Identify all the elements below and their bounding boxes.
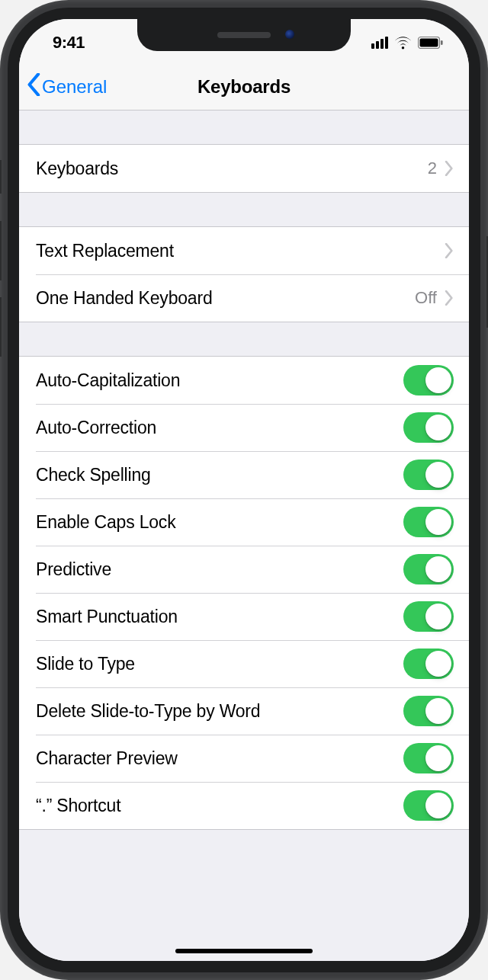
row-label: Enable Caps Lock: [36, 512, 403, 533]
toggle-switch[interactable]: [403, 696, 454, 726]
row-label: Smart Punctuation: [36, 607, 403, 627]
front-camera: [285, 30, 294, 39]
row-toggle: Auto-Correction: [19, 404, 469, 451]
row-label: Character Preview: [36, 748, 403, 769]
row-label: Auto-Capitalization: [36, 370, 403, 391]
row-toggle: Slide to Type: [19, 640, 469, 687]
back-label: General: [42, 76, 107, 98]
row-label: “.” Shortcut: [36, 796, 403, 816]
nav-bar: General Keyboards: [19, 63, 469, 110]
row-label: Auto-Correction: [36, 418, 403, 438]
chevron-right-icon: [445, 290, 454, 306]
keyboards-count: 2: [428, 159, 437, 178]
row-toggle: Auto-Capitalization: [19, 357, 469, 404]
row-label: Check Spelling: [36, 465, 403, 485]
toggle-switch[interactable]: [403, 507, 454, 537]
toggle-switch[interactable]: [403, 743, 454, 773]
wifi-icon: [394, 37, 412, 50]
row-toggle: Smart Punctuation: [19, 593, 469, 640]
chevron-right-icon: [445, 161, 454, 176]
screen: 9:41 General Keyboards: [19, 19, 469, 961]
phone-frame: 9:41 General Keyboards: [0, 0, 488, 980]
row-toggle: Check Spelling: [19, 451, 469, 498]
speaker: [217, 32, 271, 38]
chevron-right-icon: [445, 243, 454, 258]
back-button[interactable]: General: [27, 73, 107, 101]
one-handed-value: Off: [415, 288, 437, 308]
toggle-switch[interactable]: [403, 365, 454, 396]
row-toggle: Character Preview: [19, 735, 469, 782]
page-title: Keyboards: [197, 76, 291, 98]
toggle-switch[interactable]: [403, 460, 454, 490]
volume-down-button[interactable]: [0, 297, 2, 357]
toggle-switch[interactable]: [403, 412, 454, 443]
row-label: Text Replacement: [36, 241, 445, 261]
group-keyboards: Keyboards 2: [19, 144, 469, 193]
status-time: 9:41: [53, 33, 85, 53]
row-label: Slide to Type: [36, 654, 403, 674]
notch: [137, 19, 351, 51]
row-toggle: Predictive: [19, 546, 469, 593]
toggle-switch[interactable]: [403, 601, 454, 632]
row-keyboards[interactable]: Keyboards 2: [19, 145, 469, 192]
row-label: Predictive: [36, 559, 403, 580]
toggle-switch[interactable]: [403, 790, 454, 821]
row-label: One Handed Keyboard: [36, 288, 415, 309]
toggle-switch[interactable]: [403, 554, 454, 584]
settings-content[interactable]: Keyboards 2 Text Replacement: [19, 110, 469, 961]
svg-rect-2: [441, 40, 443, 45]
home-indicator[interactable]: [175, 949, 313, 953]
row-toggle: Delete Slide-to-Type by Word: [19, 687, 469, 735]
row-toggle: “.” Shortcut: [19, 782, 469, 829]
battery-icon: [418, 37, 443, 49]
group-text-onehanded: Text Replacement One Handed Keyboard Off: [19, 226, 469, 322]
row-one-handed-keyboard[interactable]: One Handed Keyboard Off: [19, 274, 469, 322]
chevron-left-icon: [27, 73, 40, 101]
svg-rect-1: [420, 39, 438, 47]
row-label: Delete Slide-to-Type by Word: [36, 701, 403, 722]
row-text-replacement[interactable]: Text Replacement: [19, 227, 469, 274]
cellular-icon: [371, 37, 388, 49]
silence-switch[interactable]: [0, 160, 2, 194]
group-toggles: Auto-CapitalizationAuto-CorrectionCheck …: [19, 356, 469, 830]
volume-up-button[interactable]: [0, 221, 2, 280]
toggle-switch[interactable]: [403, 649, 454, 679]
row-label: Keyboards: [36, 159, 428, 179]
row-toggle: Enable Caps Lock: [19, 498, 469, 546]
